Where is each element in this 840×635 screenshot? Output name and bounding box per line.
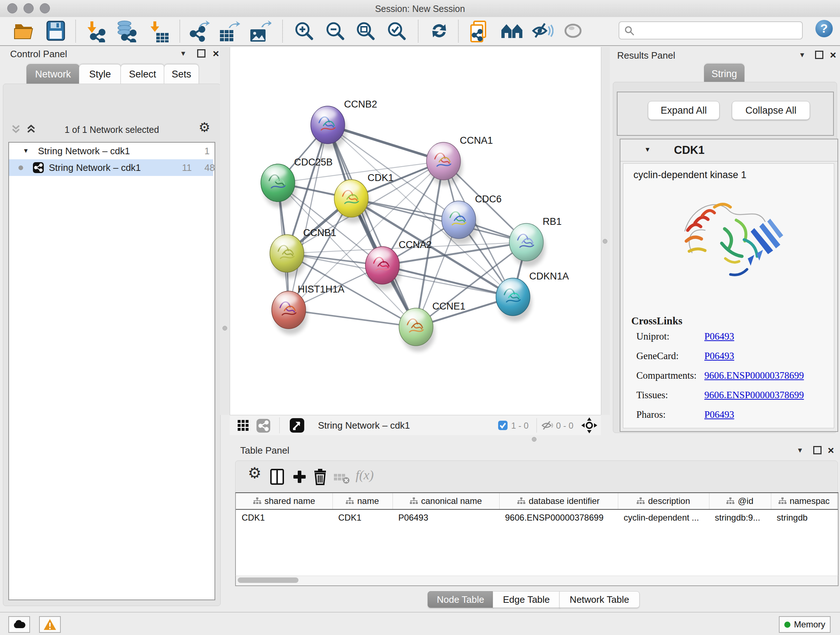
tab-sets[interactable]: Sets xyxy=(164,64,199,84)
cell-name[interactable]: CDK1 xyxy=(332,510,393,526)
grid-view-icon[interactable] xyxy=(238,420,249,432)
node-CCNE1[interactable]: CCNE1 xyxy=(399,301,466,352)
column-header-namespac[interactable]: namespac xyxy=(771,493,837,509)
cell--id[interactable]: stringdb:9... xyxy=(709,510,771,526)
add-column-icon[interactable] xyxy=(293,468,306,486)
help-icon[interactable]: ? xyxy=(815,19,836,40)
splitter-handle-icon[interactable] xyxy=(603,239,607,244)
node-CDC25B[interactable]: CDC25B xyxy=(261,157,333,207)
show-all-icon[interactable] xyxy=(563,21,584,42)
node-CDK1[interactable]: CDK1 xyxy=(334,172,393,223)
search-input[interactable] xyxy=(638,24,799,36)
gene-section-header[interactable]: ▼ CDK1 xyxy=(621,139,837,162)
crosslink-link[interactable]: P06493 xyxy=(704,331,734,342)
crosslink-label: Pharos: xyxy=(636,409,666,420)
birds-eye-view-icon[interactable] xyxy=(290,418,304,432)
table-row[interactable]: CDK1CDK1P064939606.ENSP00000378699cyclin… xyxy=(236,510,838,526)
import-table-file-icon[interactable] xyxy=(149,21,171,42)
column-header-canonical-name[interactable]: canonical name xyxy=(393,493,500,509)
tab-string[interactable]: String xyxy=(704,64,745,84)
column-header-shared-name[interactable]: shared name xyxy=(236,493,333,509)
control-panel-title: Control Panel xyxy=(10,49,67,60)
panel-menu-caret-icon[interactable]: ▼ xyxy=(799,51,806,59)
warning-status-button[interactable] xyxy=(39,616,61,633)
tab-select[interactable]: Select xyxy=(120,64,164,84)
right-splitter[interactable] xyxy=(600,47,610,415)
cell-description[interactable]: cyclin-dependent ... xyxy=(618,510,709,526)
table-horizontal-scrollbar[interactable] xyxy=(235,576,838,586)
node-CCNB1[interactable]: CCNB1 xyxy=(270,227,336,278)
network-collection-row[interactable]: ▼ String Network – cdk1 1 xyxy=(9,143,213,159)
panel-menu-caret-icon[interactable]: ▼ xyxy=(180,50,187,57)
network-options-gear-icon[interactable]: ⚙ xyxy=(199,121,210,134)
edge-CCNE1-HIST1H1A[interactable] xyxy=(289,310,416,327)
column-header-name[interactable]: name xyxy=(332,493,393,509)
first-neighbors-icon[interactable] xyxy=(501,21,523,42)
tab-network[interactable]: Network xyxy=(27,64,80,84)
panel-float-icon[interactable] xyxy=(197,49,205,57)
edge-CCNB2-CCNE1[interactable] xyxy=(328,125,416,327)
node-RB1[interactable]: RB1 xyxy=(509,216,562,267)
column-header-description[interactable]: description xyxy=(618,493,709,509)
tab-edge-table[interactable]: Edge Table xyxy=(493,591,560,608)
open-session-icon[interactable] xyxy=(14,21,35,42)
network-share-toggle-icon[interactable] xyxy=(256,419,270,432)
import-network-file-icon[interactable] xyxy=(85,21,107,42)
export-table-icon[interactable] xyxy=(218,21,240,42)
navigator-crosshair-icon[interactable] xyxy=(581,417,597,433)
splitter-handle-icon[interactable] xyxy=(223,326,227,331)
import-network-database-icon[interactable] xyxy=(115,21,137,42)
tab-node-table[interactable]: Node Table xyxy=(428,591,493,608)
column-header--id[interactable]: @id xyxy=(709,493,771,509)
network-view-canvas[interactable]: CCNB2CCNA1CDC25BCDK1CDC6RB1CCNB1CCNA2CDK… xyxy=(230,47,601,415)
table-settings-gear-icon[interactable]: ⚙ xyxy=(248,467,262,484)
crosslink-link[interactable]: 9606.ENSP00000378699 xyxy=(704,370,804,381)
panel-float-icon[interactable] xyxy=(813,446,821,454)
control-panel-body: 1 of 1 Network selected ⚙ ▼ String Netwo… xyxy=(3,84,221,606)
column-label: name xyxy=(357,496,379,506)
panel-close-icon[interactable]: × xyxy=(830,51,836,59)
panel-float-icon[interactable] xyxy=(815,51,823,59)
tab-network-table[interactable]: Network Table xyxy=(559,591,639,608)
node-CDKN1A[interactable]: CDKN1A xyxy=(496,271,569,321)
hidden-eye-icon[interactable] xyxy=(542,420,553,431)
save-session-icon[interactable] xyxy=(46,21,68,42)
column-header-database-identifier[interactable]: database identifier xyxy=(499,493,618,509)
left-splitter[interactable] xyxy=(220,47,230,415)
delete-column-trash-icon[interactable] xyxy=(314,468,327,486)
panel-close-icon[interactable]: × xyxy=(828,447,834,454)
scrollbar-thumb[interactable] xyxy=(238,578,298,583)
zoom-out-icon[interactable] xyxy=(325,21,347,42)
refresh-icon[interactable] xyxy=(429,21,451,42)
network-row-selected[interactable]: String Network – cdk1 11 48 xyxy=(9,159,213,176)
export-image-icon[interactable] xyxy=(249,21,271,42)
cell-shared-name[interactable]: CDK1 xyxy=(236,510,332,526)
tab-style[interactable]: Style xyxy=(79,64,121,84)
column-visibility-icon[interactable] xyxy=(270,468,284,486)
node-CCNB2[interactable]: CCNB2 xyxy=(311,99,377,149)
crosslink-link[interactable]: 9606.ENSP00000378699 xyxy=(704,390,804,401)
collapse-all-button[interactable]: Collapse All xyxy=(732,101,810,120)
hide-selected-icon[interactable] xyxy=(532,21,554,42)
memory-button[interactable]: Memory xyxy=(779,616,831,633)
node-HIST1H1A[interactable]: HIST1H1A xyxy=(272,284,344,334)
cloud-status-button[interactable] xyxy=(8,616,30,633)
node-CDC6[interactable]: CDC6 xyxy=(442,194,502,244)
zoom-fit-icon[interactable] xyxy=(355,21,377,42)
selected-checkbox-icon[interactable] xyxy=(498,421,508,430)
network-from-selection-icon[interactable] xyxy=(469,21,491,42)
panel-menu-caret-icon[interactable]: ▼ xyxy=(797,447,804,454)
export-network-icon[interactable] xyxy=(188,21,210,42)
zoom-in-icon[interactable] xyxy=(294,21,316,42)
zoom-selected-icon[interactable] xyxy=(386,21,408,42)
crosslink-link[interactable]: P06493 xyxy=(704,350,734,362)
cell-canonical-name[interactable]: P06493 xyxy=(393,510,499,526)
section-collapse-caret-icon[interactable]: ▼ xyxy=(644,146,651,154)
collection-expand-caret-icon[interactable]: ▼ xyxy=(23,143,29,159)
panel-close-icon[interactable]: × xyxy=(213,50,219,57)
node-CCNA1[interactable]: CCNA1 xyxy=(426,135,493,186)
cell-namespac[interactable]: stringdb xyxy=(771,510,837,526)
cell-database-identifier[interactable]: 9606.ENSP00000378699 xyxy=(499,510,618,526)
expand-all-button[interactable]: Expand All xyxy=(648,101,720,120)
crosslink-link[interactable]: P06493 xyxy=(704,409,734,420)
